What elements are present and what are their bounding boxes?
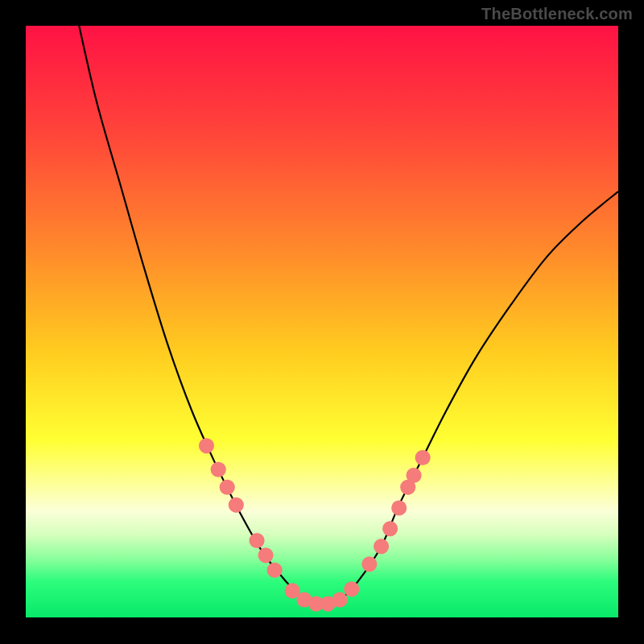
chart-frame: TheBottleneck.com: [0, 0, 644, 644]
gradient-background: [26, 26, 618, 617]
marker-dot: [229, 497, 244, 513]
marker-dot: [407, 468, 422, 483]
attribution-text: TheBottleneck.com: [481, 5, 633, 23]
marker-dot: [267, 563, 283, 578]
marker-dot: [199, 438, 214, 453]
marker-dot: [374, 539, 389, 554]
marker-dot: [258, 547, 274, 563]
marker-dot: [220, 480, 235, 495]
marker-dot: [332, 592, 348, 607]
marker-dot: [415, 450, 431, 465]
plot-area: [26, 26, 618, 617]
marker-dot: [249, 533, 264, 548]
chart-svg: [26, 26, 618, 617]
marker-dot: [382, 521, 398, 536]
marker-dot: [344, 581, 359, 597]
marker-dot: [391, 500, 407, 515]
marker-dot: [211, 462, 226, 477]
marker-dot: [361, 556, 377, 572]
